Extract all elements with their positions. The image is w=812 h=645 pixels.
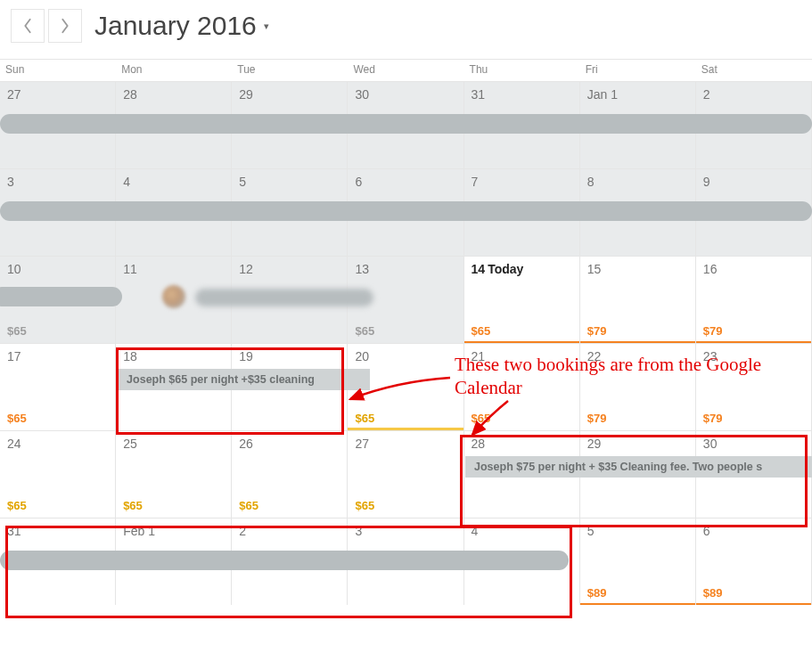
day-price: $79 (703, 324, 723, 338)
day-number: 31 (7, 524, 21, 538)
guest-avatar (162, 285, 185, 308)
price-underline (580, 603, 695, 605)
calendar-day-cell[interactable]: 5$89 (580, 518, 696, 605)
day-price: $65 (7, 412, 27, 425)
month-picker[interactable]: January 2016 ▾ (94, 11, 269, 41)
calendar-week: 31Feb 12345$896$89 (0, 518, 812, 605)
day-number: 14 (472, 262, 486, 276)
day-header: Fri (580, 60, 696, 81)
day-number: 24 (7, 437, 21, 451)
day-header-row: Sun Mon Tue Wed Thu Fri Sat (0, 60, 812, 81)
day-header: Sat (696, 60, 812, 81)
calendar-week: 3456789 (0, 168, 812, 256)
day-header: Sun (0, 60, 116, 81)
day-number: 27 (355, 437, 369, 451)
day-price: $89 (703, 586, 723, 600)
calendar-header: January 2016 ▾ (0, 0, 812, 59)
day-number: 13 (355, 262, 369, 276)
day-price: $65 (7, 499, 27, 512)
chevron-left-icon (22, 18, 33, 34)
day-number: 22 (587, 349, 602, 363)
day-number: 30 (355, 87, 369, 102)
day-number: 3 (355, 524, 362, 538)
day-price: $65 (239, 499, 258, 512)
day-number: 10 (7, 262, 21, 276)
day-number: Feb 1 (123, 524, 155, 538)
calendar-day-cell[interactable]: 23$79 (696, 344, 812, 430)
calendar-week: 24$6525$6526$6527$65282930Joseph $75 per… (0, 430, 812, 518)
day-number: 31 (472, 87, 486, 102)
day-number: 17 (7, 349, 21, 363)
booking-event-blurred[interactable] (0, 287, 122, 306)
day-price: $65 (355, 412, 374, 425)
day-price: $65 (355, 324, 374, 338)
chevron-right-icon (60, 18, 70, 34)
calendar-week: 17$65181920$6521$6522$7923$79Joseph $65 … (0, 343, 812, 430)
day-header: Thu (464, 60, 580, 81)
day-number: 3 (7, 175, 14, 189)
calendar-day-cell[interactable]: 25$65 (116, 431, 232, 518)
today-label: Today (488, 262, 523, 276)
day-number: 19 (239, 349, 253, 363)
calendar-day-cell[interactable]: 22$79 (580, 344, 696, 430)
day-number: 20 (355, 349, 369, 363)
calendar-week: 2728293031Jan 12 (0, 81, 812, 168)
day-number: 5 (587, 524, 595, 538)
calendar-day-cell[interactable]: 16$79 (696, 257, 812, 343)
day-number: 2 (239, 524, 246, 538)
prev-month-button[interactable] (11, 9, 45, 43)
day-number: 29 (239, 87, 253, 102)
blocked-range-bar[interactable] (0, 114, 812, 134)
day-price: $79 (587, 324, 607, 338)
calendar-day-cell[interactable]: 27$65 (348, 431, 463, 518)
day-number: 15 (587, 262, 602, 276)
day-number: 16 (703, 262, 718, 276)
day-number: 7 (472, 175, 479, 189)
calendar-day-cell[interactable]: 26$65 (232, 431, 348, 518)
day-number: 30 (703, 437, 718, 451)
calendar-day-cell[interactable]: 24$65 (0, 431, 116, 518)
calendar-day-cell[interactable]: 21$65 (464, 344, 580, 430)
calendar-grid: Sun Mon Tue Wed Thu Fri Sat 2728293031Ja… (0, 59, 812, 605)
day-price: $79 (587, 412, 607, 425)
day-number: 11 (123, 262, 137, 276)
day-number: 28 (472, 437, 486, 451)
day-price: $65 (472, 324, 491, 338)
day-header: Mon (116, 60, 232, 81)
blocked-range-bar[interactable] (0, 551, 569, 570)
booking-event[interactable]: Joseph $75 per night + $35 Cleaning fee.… (465, 456, 812, 478)
calendar-day-cell[interactable]: 17$65 (0, 344, 116, 430)
day-number: 25 (123, 437, 137, 451)
day-price: $65 (123, 499, 143, 512)
price-underline (696, 603, 811, 605)
day-header: Wed (348, 60, 463, 81)
month-label: January 2016 (94, 11, 257, 41)
day-number: 26 (239, 437, 253, 451)
day-header: Tue (232, 60, 348, 81)
calendar-day-cell[interactable]: 6$89 (696, 518, 812, 605)
day-number: 18 (123, 349, 137, 363)
booking-event-blurred[interactable] (195, 289, 373, 306)
day-number: Jan 1 (587, 87, 618, 102)
day-price: $89 (587, 586, 607, 600)
day-number: 28 (123, 87, 137, 102)
day-number: 21 (472, 349, 486, 363)
day-number: 4 (472, 524, 479, 538)
day-number: 6 (703, 524, 710, 538)
dropdown-triangle-icon: ▾ (264, 20, 269, 32)
day-number: 2 (703, 87, 710, 102)
day-number: 27 (7, 87, 21, 102)
day-number: 23 (703, 349, 718, 363)
next-month-button[interactable] (48, 9, 82, 43)
day-number: 29 (587, 437, 602, 451)
day-number: 6 (355, 175, 362, 189)
day-number: 4 (123, 175, 130, 189)
calendar-day-cell[interactable]: 15$79 (580, 257, 696, 343)
blocked-range-bar[interactable] (0, 201, 812, 221)
booking-event[interactable]: Joseph $65 per night +$35 cleaning (118, 369, 369, 390)
day-price: $65 (472, 412, 491, 425)
day-price: $79 (703, 412, 723, 425)
day-number: 5 (239, 175, 246, 189)
calendar-day-cell[interactable]: 14Today$65 (464, 257, 580, 343)
month-nav (11, 9, 82, 43)
